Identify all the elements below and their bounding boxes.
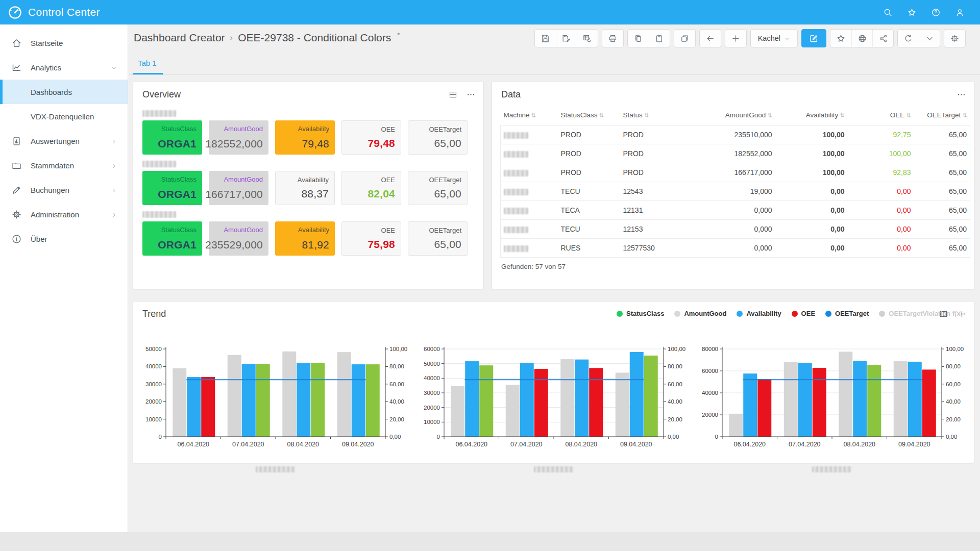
favorite-button[interactable] xyxy=(830,30,851,47)
legend-item-oee[interactable]: OEE xyxy=(792,310,815,317)
kpi-tile-oeetarget[interactable]: OEETarget65,00 xyxy=(408,120,468,155)
status-cell: PROD xyxy=(620,144,693,163)
sidebar-item-startseite[interactable]: Startseite xyxy=(0,31,128,55)
svg-text:06.04.2020: 06.04.2020 xyxy=(733,441,766,448)
kpi-tile-oee[interactable]: OEE82,04 xyxy=(341,171,401,205)
legend-dot xyxy=(674,311,680,317)
sidebar-item-dashboards[interactable]: Dashboards xyxy=(0,80,128,104)
kpi-tile-statusclass[interactable]: StatusClassORGA1 xyxy=(142,171,202,205)
sort-icon: ⇅ xyxy=(644,112,649,118)
svg-text:60,00: 60,00 xyxy=(946,381,961,387)
kachel-dropdown[interactable]: Kachel xyxy=(751,30,797,47)
save-as-button[interactable] xyxy=(556,30,577,47)
column-label: Availability xyxy=(806,111,839,119)
favorites-icon[interactable] xyxy=(907,8,917,17)
publish-button[interactable] xyxy=(851,30,872,47)
kpi-tile-row: StatusClassORGA1AmountGood235529,000Avai… xyxy=(142,221,474,256)
column-header-amountgood[interactable]: AmountGood⇅ xyxy=(693,106,775,126)
sidebar-item-buchungen[interactable]: Buchungen xyxy=(0,178,128,202)
legend-item-amountgood[interactable]: AmountGood xyxy=(674,310,726,317)
table-refresh-icon xyxy=(582,34,592,43)
svg-text:50000: 50000 xyxy=(145,346,162,352)
table-view-icon[interactable] xyxy=(449,90,457,99)
chevron-right-icon xyxy=(111,138,117,144)
star-outline-icon xyxy=(836,34,846,43)
kpi-tile-amountgood[interactable]: AmountGood166717,000 xyxy=(209,171,268,205)
panel-menu-icon[interactable] xyxy=(467,90,475,99)
status-cell: PROD xyxy=(620,126,693,144)
amountgood-cell: 0,000 xyxy=(693,220,775,239)
table-row[interactable]: PRODPROD166717,000100,0092,8365,00 xyxy=(501,163,970,182)
oee-cell: 0,00 xyxy=(848,182,914,201)
print-button[interactable] xyxy=(602,30,623,47)
duplicate-button[interactable] xyxy=(674,30,695,47)
edit-mode-button[interactable] xyxy=(801,29,826,47)
sidebar-item-label: Über xyxy=(31,235,47,243)
amountgood-cell: 166717,000 xyxy=(693,163,775,182)
refresh-options-button[interactable] xyxy=(919,30,940,47)
legend-dot xyxy=(792,311,798,317)
column-header-status[interactable]: Status⇅ xyxy=(620,106,693,126)
share-button[interactable] xyxy=(872,30,893,47)
save-button[interactable] xyxy=(535,30,556,47)
kpi-tile-availability[interactable]: Availability88,37 xyxy=(275,171,335,205)
gear-icon xyxy=(950,34,960,43)
report-icon xyxy=(11,136,22,146)
svg-text:60,00: 60,00 xyxy=(668,381,682,387)
sidebar-item--ber[interactable]: Über xyxy=(0,227,128,251)
refresh-button[interactable] xyxy=(898,30,919,47)
kpi-tile-amountgood[interactable]: AmountGood235529,000 xyxy=(209,221,268,256)
kpi-tile-availability[interactable]: Availability81,92 xyxy=(275,221,335,256)
kpi-tile-statusclass[interactable]: StatusClassORGA1 xyxy=(142,221,202,256)
sort-icon: ⇅ xyxy=(962,112,967,118)
sidebar-item-stammdaten[interactable]: Stammdaten xyxy=(0,153,128,178)
topbar-actions xyxy=(883,8,980,17)
table-row[interactable]: TECA121310,0000,000,0065,00 xyxy=(501,201,970,220)
tab-1[interactable]: Tab 1 xyxy=(133,51,170,74)
svg-text:20,00: 20,00 xyxy=(389,416,404,422)
column-header-availability[interactable]: Availability⇅ xyxy=(775,106,848,126)
search-icon[interactable] xyxy=(883,8,893,17)
trend-panel: Trend StatusClassAmountGoodAvailabilityO… xyxy=(133,301,974,463)
svg-text:20,00: 20,00 xyxy=(946,416,961,422)
kpi-value: 65,00 xyxy=(434,137,461,149)
table-row[interactable]: TECU1254319,0000,000,0065,00 xyxy=(501,182,970,201)
add-widget-button[interactable] xyxy=(725,30,746,47)
table-row[interactable]: PRODPROD182552,000100,00100,0065,00 xyxy=(501,144,970,163)
kpi-tile-oeetarget[interactable]: OEETarget65,00 xyxy=(408,171,468,205)
legend-item-availability[interactable]: Availability xyxy=(737,310,781,317)
paste-button[interactable] xyxy=(649,30,670,47)
copy-button[interactable] xyxy=(628,30,649,47)
table-row[interactable]: PRODPROD235510,000100,0092,7565,00 xyxy=(501,126,970,144)
chevron-down-icon xyxy=(925,34,935,43)
kpi-tile-oee[interactable]: OEE79,48 xyxy=(341,120,401,155)
kpi-tile-amountgood[interactable]: AmountGood182552,000 xyxy=(209,120,268,155)
kpi-tile-oeetarget[interactable]: OEETarget65,00 xyxy=(408,221,468,256)
settings-button[interactable] xyxy=(944,30,965,47)
user-icon[interactable] xyxy=(955,8,965,17)
legend-item-oeetargetviolation-f-x-[interactable]: OEETargetViolation f(x) xyxy=(879,310,963,317)
table-row[interactable]: TECU121530,0000,000,0065,00 xyxy=(501,220,970,239)
legend-item-oeetarget[interactable]: OEETarget xyxy=(825,310,869,317)
sidebar-item-analytics[interactable]: Analytics xyxy=(0,55,128,80)
table-row[interactable]: RUES125775300,0000,000,0065,00 xyxy=(501,239,970,258)
sidebar-item-administration[interactable]: Administration xyxy=(0,202,128,227)
legend-item-statusclass[interactable]: StatusClass xyxy=(617,310,664,317)
column-header-oee[interactable]: OEE⇅ xyxy=(848,106,914,126)
kpi-tile-oee[interactable]: OEE75,98 xyxy=(341,221,401,256)
help-icon[interactable] xyxy=(931,8,941,17)
reload-data-button[interactable] xyxy=(577,30,598,47)
kpi-value: ORGA1 xyxy=(158,138,197,150)
column-header-statusclass[interactable]: StatusClass⇅ xyxy=(558,106,620,126)
sidebar-item-auswertungen[interactable]: Auswertungen xyxy=(0,129,128,153)
kpi-tile-availability[interactable]: Availability79,48 xyxy=(275,120,335,155)
kpi-tile-statusclass[interactable]: StatusClassORGA1 xyxy=(142,120,202,155)
panel-menu-icon[interactable] xyxy=(957,90,966,99)
statusclass-cell: RUES xyxy=(558,239,620,258)
breadcrumb-parent[interactable]: Dashboard Creator xyxy=(134,32,225,44)
sidebar-item-vdx-datenquellen[interactable]: VDX-Datenquellen xyxy=(0,104,128,129)
back-button[interactable] xyxy=(700,30,721,47)
column-header-oeetarget[interactable]: OEETarget⇅ xyxy=(914,106,970,126)
column-header-machine[interactable]: Machine⇅ xyxy=(501,106,558,126)
oeetarget-cell: 65,00 xyxy=(914,220,970,239)
